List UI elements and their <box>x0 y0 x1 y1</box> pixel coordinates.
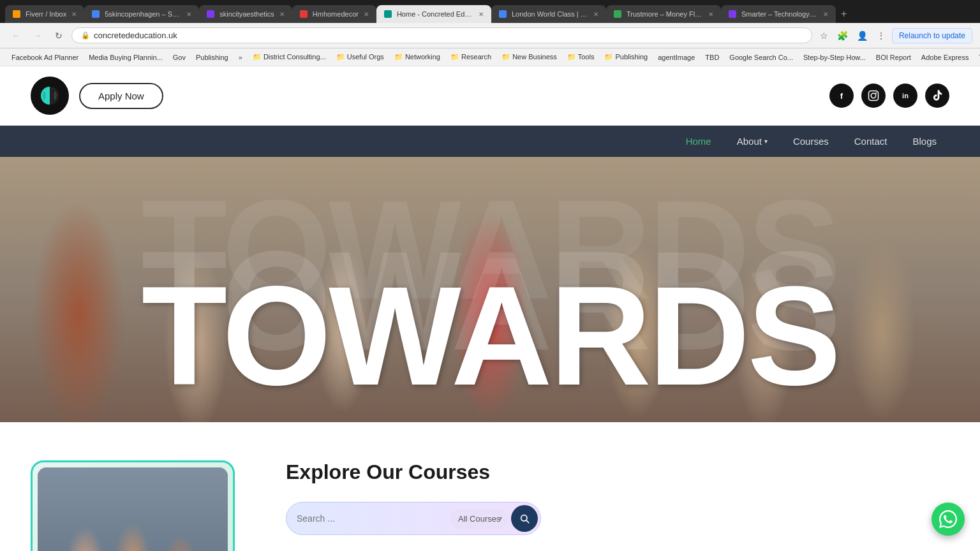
whatsapp-button[interactable] <box>932 503 965 536</box>
nav-bar: ← → ↻ 🔒 concretededucation.uk ☆ 🧩 👤 ⋮ Re… <box>0 23 980 48</box>
bookmarks-bar: Facebook Ad Planner Media Buying Plannin… <box>0 48 980 66</box>
bookmark-tbd[interactable]: TBD <box>701 52 723 62</box>
back-button[interactable]: ← <box>8 28 24 43</box>
tab-favicon-london <box>499 10 507 18</box>
tab-skincity[interactable]: skincityaesthetics ✕ <box>199 5 292 23</box>
linkedin-icon[interactable]: in <box>893 84 917 108</box>
svg-line-5 <box>526 520 529 523</box>
courses-filter-wrap: All Courses Business Technology Design M… <box>450 509 509 529</box>
tab-london[interactable]: London World Class | Your T... ✕ <box>491 5 606 23</box>
bookmark-gov[interactable]: Gov <box>169 52 189 62</box>
instagram-icon[interactable] <box>861 84 886 108</box>
url-text: concretededucation.uk <box>94 31 177 40</box>
bookmark-adobe[interactable]: Adobe Express <box>917 52 973 62</box>
browser-chrome: Fiverr / Inbox ✕ 5skincopenhagen – Same … <box>0 0 980 66</box>
relaunch-button[interactable]: Relaunch to update <box>892 28 972 43</box>
tab-concreted[interactable]: Home - Concreted Education ✕ <box>376 5 491 23</box>
hero-text-main: TOWARDS <box>142 256 838 417</box>
bookmark-boi[interactable]: BOI Report <box>872 52 915 62</box>
website: Apply Now f in Home About ▾ Courses Co <box>0 66 980 551</box>
svg-point-2 <box>871 93 876 98</box>
tab-title-trustmore: Trustmore – Money Flow Si... <box>627 10 703 18</box>
courses-border-tl <box>31 460 78 508</box>
nav-actions: ☆ 🧩 👤 ⋮ Relaunch to update <box>817 28 972 43</box>
courses-content: Explore Our Courses All Courses Business… <box>286 460 949 535</box>
courses-title: Explore Our Courses <box>286 460 949 484</box>
extensions-button[interactable]: 🧩 <box>835 28 850 43</box>
search-icon <box>519 513 530 524</box>
tab-fiverr[interactable]: Fiverr / Inbox ✕ <box>5 5 84 23</box>
bookmark-publishing[interactable]: Publishing <box>192 52 232 62</box>
tab-title-smarter: Smarter – Technology Supp... <box>741 10 818 18</box>
courses-image-area <box>31 460 248 551</box>
about-dropdown-chevron: ▾ <box>764 138 768 145</box>
bookmark-research[interactable]: 📁 Research <box>447 52 495 62</box>
tiktok-icon[interactable] <box>925 84 949 108</box>
tab-trustmore[interactable]: Trustmore – Money Flow Si... ✕ <box>606 5 721 23</box>
forward-button[interactable]: → <box>29 28 46 43</box>
bookmark-stepbystep[interactable]: Step-by-Step How... <box>799 52 870 62</box>
bookmark-agentimage[interactable]: agentImage <box>654 52 699 62</box>
site-header: Apply Now f in <box>0 66 980 126</box>
tab-favicon-hmhome <box>300 10 308 18</box>
tab-title-concreted: Home - Concreted Education <box>397 10 473 18</box>
bookmark-button[interactable]: ☆ <box>817 28 831 43</box>
bookmark-media-buying[interactable]: Media Buying Plannin... <box>85 52 167 62</box>
nav-contact[interactable]: Contact <box>842 126 900 157</box>
hero-text-container: TOWARDS TOWARDS TOWARDS <box>0 157 980 422</box>
tab-smarter[interactable]: Smarter – Technology Supp... ✕ <box>721 5 836 23</box>
svg-rect-1 <box>869 91 879 101</box>
tab-bar: Fiverr / Inbox ✕ 5skincopenhagen – Same … <box>0 0 980 23</box>
logo-image <box>36 82 64 110</box>
bookmark-more-1[interactable]: » <box>235 52 246 62</box>
courses-filter-select[interactable]: All Courses Business Technology Design M… <box>450 509 509 529</box>
courses-search-input[interactable] <box>297 508 448 529</box>
tab-title-5skin: 5skincopenhagen – Same fa... <box>105 10 181 18</box>
courses-search-button[interactable] <box>511 505 538 532</box>
profile-button[interactable]: 👤 <box>854 28 870 43</box>
site-nav: Home About ▾ Courses Contact Blogs <box>0 126 980 157</box>
facebook-icon[interactable]: f <box>829 84 854 108</box>
courses-search-bar: All Courses Business Technology Design M… <box>286 502 541 535</box>
bookmark-newbusiness[interactable]: 📁 New Business <box>498 52 561 62</box>
svg-point-3 <box>875 92 877 94</box>
tab-close-concreted[interactable]: ✕ <box>479 11 484 18</box>
address-bar[interactable]: 🔒 concretededucation.uk <box>71 27 812 43</box>
site-logo <box>31 77 69 115</box>
tab-title-skincity: skincityaesthetics <box>219 10 274 18</box>
reload-button[interactable]: ↻ <box>51 28 66 43</box>
lock-icon: 🔒 <box>81 31 90 40</box>
tab-close-london[interactable]: ✕ <box>593 11 598 18</box>
tab-favicon-5skin <box>92 10 100 18</box>
bookmark-google-search[interactable]: Google Search Co... <box>725 52 797 62</box>
bookmark-publishing2[interactable]: 📁 Publishing <box>600 52 651 62</box>
nav-courses[interactable]: Courses <box>780 126 842 157</box>
courses-image-frame <box>31 460 235 551</box>
tab-favicon-trustmore <box>614 10 621 18</box>
bookmark-district[interactable]: 📁 District Consulting... <box>249 52 330 62</box>
tab-5skin[interactable]: 5skincopenhagen – Same fa... ✕ <box>84 5 199 23</box>
bookmark-networking[interactable]: 📁 Networking <box>390 52 444 62</box>
tab-close-smarter[interactable]: ✕ <box>823 11 828 18</box>
nav-about[interactable]: About ▾ <box>724 126 780 157</box>
bookmark-tools[interactable]: 📁 Tools <box>563 52 598 62</box>
bookmark-useful[interactable]: 📁 Useful Orgs <box>332 52 388 62</box>
bookmark-fb-planner[interactable]: Facebook Ad Planner <box>8 52 82 62</box>
bookmark-tutoring[interactable]: Tutoring <box>975 52 980 62</box>
menu-button[interactable]: ⋮ <box>874 28 888 43</box>
nav-home[interactable]: Home <box>673 126 724 157</box>
tab-hmhome[interactable]: Hmhomedecor ✕ <box>292 5 376 23</box>
tab-favicon-skincity <box>207 10 214 18</box>
logo-circle <box>31 77 69 115</box>
tab-close-hmhome[interactable]: ✕ <box>364 11 369 18</box>
tab-title-hmhome: Hmhomedecor <box>313 10 359 18</box>
tab-close-skincity[interactable]: ✕ <box>279 11 285 18</box>
tab-title-london: London World Class | Your T... <box>512 10 588 18</box>
nav-blogs[interactable]: Blogs <box>900 126 949 157</box>
tab-favicon-concreted <box>384 10 392 18</box>
apply-now-button[interactable]: Apply Now <box>79 83 163 109</box>
new-tab-button[interactable]: + <box>836 5 852 23</box>
tab-close-5skin[interactable]: ✕ <box>186 11 191 18</box>
tab-close-fiverr[interactable]: ✕ <box>71 11 77 18</box>
tab-close-trustmore[interactable]: ✕ <box>708 11 713 18</box>
